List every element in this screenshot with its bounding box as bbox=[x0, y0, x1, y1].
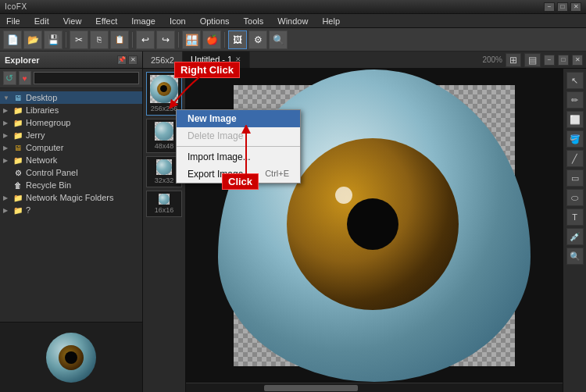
thumb-48 bbox=[155, 122, 173, 141]
main-toolbar: 📄 📂 💾 ✂ ⎘ 📋 ↩ ↪ 🪟 🍎 🖼 ⚙ 🔍 bbox=[0, 28, 586, 52]
title-bar: IcoFX − □ ✕ bbox=[0, 0, 586, 14]
eye-iris-preview bbox=[59, 345, 84, 370]
tool-ellipse[interactable]: ⬭ bbox=[566, 189, 584, 206]
tool-text[interactable]: T bbox=[566, 208, 584, 226]
tools-panel: ↖ ✏ ⬜ 🪣 ╱ ▭ ⬭ T 💉 🔍 bbox=[563, 69, 586, 392]
size-item-16[interactable]: 16x16 bbox=[146, 191, 182, 217]
toolbar-sep-3 bbox=[178, 32, 179, 48]
menu-file[interactable]: File bbox=[3, 16, 23, 27]
size-label: 256x2 bbox=[151, 55, 174, 65]
maximize-btn[interactable]: □ bbox=[557, 2, 568, 12]
eye-highlight bbox=[335, 187, 352, 204]
thumb-16 bbox=[159, 194, 170, 205]
network-folder-icon: 📁 bbox=[13, 155, 23, 166]
tree-label-cp: Control Panel bbox=[26, 168, 78, 177]
horizontal-scrollbar[interactable] bbox=[186, 383, 563, 392]
tab-win-max[interactable]: □ bbox=[558, 55, 569, 66]
explorer-pin-btn[interactable]: 📌 bbox=[117, 55, 127, 65]
tree-item-netmagic[interactable]: ▶ 📁 Network Magic Folders bbox=[0, 191, 142, 204]
tree-label-misc: ? bbox=[26, 205, 30, 215]
tab-win-min[interactable]: − bbox=[544, 55, 555, 66]
eye-pupil-large bbox=[347, 198, 398, 250]
tree-item-desktop[interactable]: ▼ 🖥 Desktop bbox=[0, 91, 142, 104]
menu-edit[interactable]: Edit bbox=[31, 16, 52, 27]
icon-preview-image bbox=[46, 333, 96, 383]
explorer-title: Explorer bbox=[5, 55, 40, 65]
tool-eyedropper[interactable]: 💉 bbox=[566, 228, 584, 245]
toolbar-undo[interactable]: ↩ bbox=[136, 30, 155, 49]
tree-item-libraries[interactable]: ▶ 📁 Libraries bbox=[0, 104, 142, 116]
toolbar-windows[interactable]: 🪟 bbox=[182, 30, 201, 49]
sidebar: Explorer 📌 ✕ ↺ ♥ ▼ 🖥 Desktop ▶ 📁 Librari… bbox=[0, 52, 143, 392]
window-controls: − □ ✕ bbox=[544, 2, 581, 12]
tree-arrow-jerry: ▶ bbox=[3, 132, 11, 139]
tree-item-recycle[interactable]: 🗑 Recycle Bin bbox=[0, 179, 142, 191]
tree-item-misc[interactable]: ▶ 📁 ? bbox=[0, 204, 142, 216]
close-btn[interactable]: ✕ bbox=[570, 2, 581, 12]
minimize-btn[interactable]: − bbox=[544, 2, 555, 12]
scrollbar-thumb[interactable] bbox=[264, 385, 358, 391]
menu-icon[interactable]: Icon bbox=[166, 16, 189, 27]
toolbar-settings[interactable]: ⚙ bbox=[248, 30, 267, 49]
explorer-fav-btn[interactable]: ♥ bbox=[19, 71, 32, 85]
menu-view[interactable]: View bbox=[60, 16, 85, 27]
tree-label-desktop: Desktop bbox=[26, 93, 57, 102]
toolbar-zoom[interactable]: 🔍 bbox=[269, 30, 288, 49]
tree-arrow-network: ▶ bbox=[3, 157, 11, 164]
explorer-close-btn[interactable]: ✕ bbox=[128, 55, 138, 65]
toolbar-copy[interactable]: ⎘ bbox=[90, 30, 109, 49]
tree-label-network: Network bbox=[26, 155, 57, 165]
tool-fill[interactable]: 🪣 bbox=[566, 130, 584, 148]
palette-btn[interactable]: ▤ bbox=[524, 53, 541, 67]
menu-tools[interactable]: Tools bbox=[241, 16, 267, 27]
explorer-controls: 📌 ✕ bbox=[117, 55, 138, 65]
misc-icon: 📁 bbox=[13, 205, 23, 216]
homegroup-folder-icon: 📁 bbox=[13, 117, 23, 128]
tree-item-network[interactable]: ▶ 📁 Network bbox=[0, 154, 142, 166]
tree-label-recycle: Recycle Bin bbox=[26, 180, 71, 190]
thumb-32 bbox=[156, 159, 172, 175]
toolbar-open[interactable]: 📂 bbox=[23, 30, 42, 49]
toolbar-cut[interactable]: ✂ bbox=[70, 30, 88, 49]
tab-controls: 200% ⊞ ▤ − □ ✕ bbox=[479, 53, 586, 67]
menu-options[interactable]: Options bbox=[197, 16, 233, 27]
toolbar-sep-1 bbox=[66, 32, 66, 48]
main-area: Explorer 📌 ✕ ↺ ♥ ▼ 🖥 Desktop ▶ 📁 Librari… bbox=[0, 52, 586, 392]
menu-help[interactable]: Help bbox=[319, 16, 343, 27]
tool-line[interactable]: ╱ bbox=[566, 150, 584, 167]
grid-toggle-btn[interactable]: ⊞ bbox=[506, 53, 521, 67]
toolbar-new[interactable]: 📄 bbox=[3, 30, 22, 49]
size-label-32: 32x32 bbox=[155, 176, 174, 184]
toolbar-save[interactable]: 💾 bbox=[44, 30, 63, 49]
right-click-arrow bbox=[156, 70, 219, 117]
tool-select[interactable]: ↖ bbox=[566, 72, 584, 89]
explorer-up-btn[interactable]: ↺ bbox=[3, 71, 16, 85]
file-tree: ▼ 🖥 Desktop ▶ 📁 Libraries ▶ 📁 Homegroup … bbox=[0, 88, 142, 322]
tool-pencil[interactable]: ✏ bbox=[566, 91, 584, 109]
explorer-header: Explorer 📌 ✕ bbox=[0, 52, 142, 69]
desktop-icon: 🖥 bbox=[13, 92, 23, 103]
menu-window[interactable]: Window bbox=[274, 16, 311, 27]
tree-item-computer[interactable]: ▶ 🖥 Computer bbox=[0, 141, 142, 154]
size-label-48: 48x48 bbox=[155, 142, 174, 150]
tree-item-jerry[interactable]: ▶ 📁 Jerry bbox=[0, 129, 142, 141]
jerry-folder-icon: 📁 bbox=[13, 130, 23, 141]
menu-image[interactable]: Image bbox=[128, 16, 159, 27]
toolbar-redo[interactable]: ↪ bbox=[156, 30, 175, 49]
tree-arrow-nm: ▶ bbox=[3, 194, 11, 201]
tree-arrow-desktop: ▼ bbox=[3, 94, 11, 102]
tool-zoom-tool[interactable]: 🔍 bbox=[566, 248, 584, 265]
menu-effect[interactable]: Effect bbox=[92, 16, 120, 27]
tab-win-close[interactable]: ✕ bbox=[572, 55, 583, 66]
explorer-search-input[interactable] bbox=[34, 72, 139, 84]
libraries-folder-icon: 📁 bbox=[13, 105, 23, 116]
toolbar-paste[interactable]: 📋 bbox=[110, 30, 129, 49]
computer-folder-icon: 🖥 bbox=[13, 142, 23, 153]
tree-item-homegroup[interactable]: ▶ 📁 Homegroup bbox=[0, 116, 142, 129]
tree-arrow-homegroup: ▶ bbox=[3, 119, 11, 127]
tool-eraser[interactable]: ⬜ bbox=[566, 111, 584, 128]
tool-rect[interactable]: ▭ bbox=[566, 169, 584, 187]
tree-item-controlpanel[interactable]: ⚙ Control Panel bbox=[0, 166, 142, 179]
toolbar-canvas[interactable]: 🖼 bbox=[228, 30, 247, 49]
toolbar-apple[interactable]: 🍎 bbox=[202, 30, 221, 49]
